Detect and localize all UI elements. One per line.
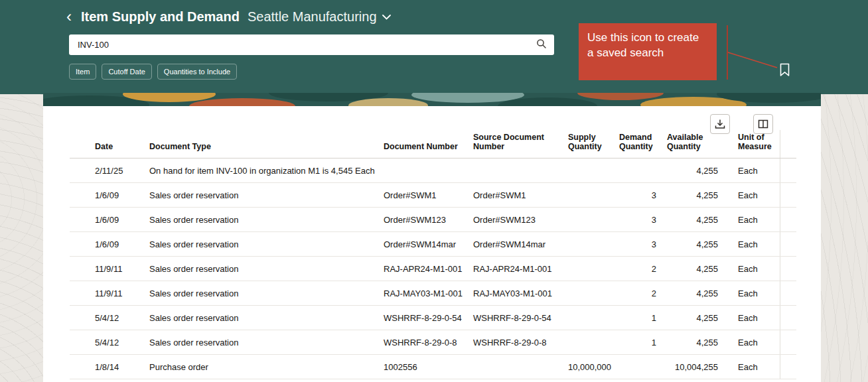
saved-search-bookmark-icon[interactable] bbox=[778, 62, 792, 80]
table-row[interactable]: 11/9/11Sales order reservationRAJ-APR24-… bbox=[70, 257, 796, 281]
table-cell bbox=[563, 257, 614, 281]
table-cell: Sales order reservation bbox=[144, 330, 378, 355]
row-spacer bbox=[780, 281, 796, 306]
table-cell bbox=[563, 183, 614, 208]
table-cell: Sales order reservation bbox=[144, 281, 378, 306]
table-cell: Order#SWM1 bbox=[378, 183, 468, 208]
col-header-available-quantity[interactable]: Available Quantity bbox=[662, 130, 723, 159]
table-cell bbox=[563, 306, 614, 330]
table-cell: 4,255 bbox=[662, 208, 723, 232]
table-cell: 3 bbox=[614, 232, 662, 257]
page-title: Item Supply and Demand bbox=[81, 9, 240, 25]
table-row[interactable]: 1/8/14Purchase order100255610,000,00010,… bbox=[70, 355, 796, 379]
row-spacer bbox=[780, 330, 796, 355]
table-cell: WSHRRF-8-29-0-8 bbox=[468, 330, 563, 355]
table-cell: Sales order reservation bbox=[144, 306, 378, 330]
results-card: Date Document Type Document Number Sourc… bbox=[43, 93, 821, 382]
table-cell bbox=[468, 159, 563, 183]
table-cell: 3 bbox=[614, 183, 662, 208]
back-button[interactable]: ‹ bbox=[65, 9, 73, 25]
row-spacer bbox=[780, 208, 796, 232]
table-cell: 2/11/25 bbox=[70, 159, 144, 183]
table-cell bbox=[614, 355, 662, 379]
table-cell: Each bbox=[723, 306, 780, 330]
row-spacer bbox=[780, 183, 796, 208]
context-label: Seattle Manufacturing bbox=[248, 9, 377, 25]
table-cell: Each bbox=[723, 330, 780, 355]
table-row[interactable]: 5/4/12Sales order reservationWSHRRF-8-29… bbox=[70, 330, 796, 355]
table-cell: WSHRRF-8-29-0-54 bbox=[468, 306, 563, 330]
table-cell: 10,004,255 bbox=[662, 355, 723, 379]
table-cell: Each bbox=[723, 257, 780, 281]
table-cell: Sales order reservation bbox=[144, 183, 378, 208]
decorative-banner bbox=[43, 93, 821, 106]
table-cell: 1/8/14 bbox=[70, 355, 144, 379]
table-cell: 4,255 bbox=[662, 281, 723, 306]
table-cell: 4,255 bbox=[662, 183, 723, 208]
col-header-supply-quantity[interactable]: Supply Quantity bbox=[563, 130, 614, 159]
download-icon bbox=[715, 119, 725, 129]
search-bar[interactable] bbox=[69, 34, 554, 55]
table-cell: 1/6/09 bbox=[70, 183, 144, 208]
table-cell: 10,000,000 bbox=[563, 355, 614, 379]
table-cell: Order#SWM14mar bbox=[468, 232, 563, 257]
table-cell: Sales order reservation bbox=[144, 257, 378, 281]
table-row[interactable]: 5/4/12Sales order reservationWSHRRF-8-29… bbox=[70, 306, 796, 330]
table-cell: Order#SWM123 bbox=[468, 208, 563, 232]
table-cell: 4,255 bbox=[662, 306, 723, 330]
table-cell: 1 bbox=[614, 330, 662, 355]
col-header-document-number[interactable]: Document Number bbox=[378, 130, 468, 159]
row-spacer bbox=[780, 232, 796, 257]
table-row[interactable]: 1/6/09Sales order reservationOrder#SWM1O… bbox=[70, 183, 796, 208]
table-header-row: Date Document Type Document Number Sourc… bbox=[70, 130, 796, 159]
filter-chips: Item Cutoff Date Quantities to Include bbox=[69, 64, 237, 80]
table-cell bbox=[563, 159, 614, 183]
table-cell: 1002556 bbox=[378, 355, 468, 379]
table-cell: 2 bbox=[614, 281, 662, 306]
table-cell: 4,255 bbox=[662, 232, 723, 257]
context-switcher[interactable]: Seattle Manufacturing bbox=[248, 9, 391, 25]
col-header-date[interactable]: Date bbox=[70, 130, 144, 159]
chip-item[interactable]: Item bbox=[69, 64, 96, 80]
table-row[interactable]: 1/6/09Sales order reservationOrder#SWM14… bbox=[70, 232, 796, 257]
row-spacer bbox=[780, 306, 796, 330]
col-header-demand-quantity[interactable]: Demand Quantity bbox=[614, 130, 662, 159]
annotation-callout: Use this icon to create a saved search bbox=[579, 23, 717, 80]
table-cell bbox=[378, 159, 468, 183]
search-input[interactable] bbox=[76, 39, 536, 50]
table-cell: RAJ-APR24-M1-001 bbox=[468, 257, 563, 281]
col-header-unit-of-measure[interactable]: Unit of Measure bbox=[723, 130, 780, 159]
col-header-source-document-number[interactable]: Source Document Number bbox=[468, 130, 563, 159]
col-header-document-type[interactable]: Document Type bbox=[144, 130, 378, 159]
table-cell: Sales order reservation bbox=[144, 208, 378, 232]
search-icon[interactable] bbox=[536, 38, 547, 52]
table-cell: 4,255 bbox=[662, 159, 723, 183]
table-cell: Order#SWM14mar bbox=[378, 232, 468, 257]
table-cell: Order#SWM1 bbox=[468, 183, 563, 208]
supply-demand-table: Date Document Type Document Number Sourc… bbox=[70, 130, 796, 379]
table-cell: 11/9/11 bbox=[70, 257, 144, 281]
table-cell: On hand for item INV-100 in organization… bbox=[144, 159, 378, 183]
chevron-down-icon bbox=[382, 11, 391, 23]
table-row[interactable]: 2/11/25On hand for item INV-100 in organ… bbox=[70, 159, 796, 183]
row-spacer bbox=[780, 355, 796, 379]
row-spacer bbox=[780, 159, 796, 183]
table-row[interactable]: 11/9/11Sales order reservationRAJ-MAY03-… bbox=[70, 281, 796, 306]
table-cell: 5/4/12 bbox=[70, 330, 144, 355]
chip-quantities-to-include[interactable]: Quantities to Include bbox=[157, 64, 237, 80]
table-cell: Each bbox=[723, 159, 780, 183]
table-body: 2/11/25On hand for item INV-100 in organ… bbox=[70, 159, 796, 379]
table-cell: 4,255 bbox=[662, 330, 723, 355]
table-cell: Purchase order bbox=[144, 355, 378, 379]
table-cell: 5/4/12 bbox=[70, 306, 144, 330]
columns-icon bbox=[758, 119, 768, 129]
table-cell: Order#SWM123 bbox=[378, 208, 468, 232]
chip-cutoff-date[interactable]: Cutoff Date bbox=[102, 64, 151, 80]
table-cell: RAJ-MAY03-M1-001 bbox=[468, 281, 563, 306]
table-cell: Each bbox=[723, 183, 780, 208]
table-cell: Each bbox=[723, 281, 780, 306]
col-header-spacer bbox=[780, 130, 796, 159]
table-row[interactable]: 1/6/09Sales order reservationOrder#SWM12… bbox=[70, 208, 796, 232]
table-cell bbox=[614, 159, 662, 183]
table-cell bbox=[468, 355, 563, 379]
